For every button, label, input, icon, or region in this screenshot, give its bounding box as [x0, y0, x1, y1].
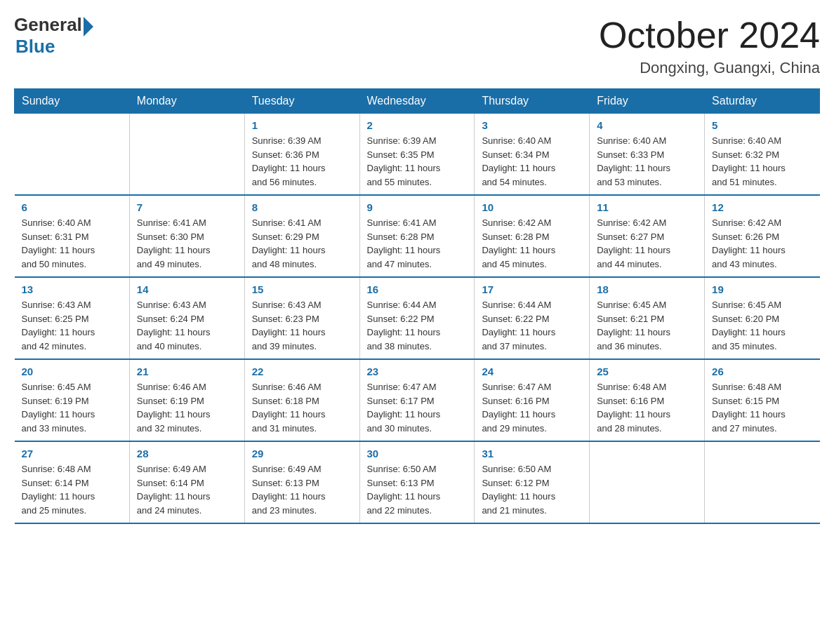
calendar-cell: 23Sunrise: 6:47 AM Sunset: 6:17 PM Dayli… [359, 359, 475, 441]
day-info: Sunrise: 6:43 AM Sunset: 6:23 PM Dayligh… [252, 298, 352, 353]
day-info: Sunrise: 6:41 AM Sunset: 6:30 PM Dayligh… [137, 216, 237, 271]
day-info: Sunrise: 6:45 AM Sunset: 6:20 PM Dayligh… [712, 298, 812, 353]
calendar-cell: 20Sunrise: 6:45 AM Sunset: 6:19 PM Dayli… [15, 359, 130, 441]
day-info: Sunrise: 6:39 AM Sunset: 6:36 PM Dayligh… [252, 134, 352, 189]
week-row-3: 13Sunrise: 6:43 AM Sunset: 6:25 PM Dayli… [15, 277, 820, 359]
day-number: 11 [597, 201, 697, 213]
day-info: Sunrise: 6:49 AM Sunset: 6:14 PM Dayligh… [137, 462, 237, 517]
day-info: Sunrise: 6:40 AM Sunset: 6:32 PM Dayligh… [712, 134, 812, 189]
day-info: Sunrise: 6:45 AM Sunset: 6:19 PM Dayligh… [22, 380, 122, 435]
calendar-cell: 7Sunrise: 6:41 AM Sunset: 6:30 PM Daylig… [129, 195, 244, 277]
weekday-header-thursday: Thursday [475, 89, 590, 114]
day-number: 20 [22, 365, 122, 377]
title-area: October 2024 Dongxing, Guangxi, China [599, 14, 820, 77]
day-number: 27 [22, 448, 122, 459]
calendar-cell: 28Sunrise: 6:49 AM Sunset: 6:14 PM Dayli… [129, 441, 244, 523]
day-number: 26 [712, 365, 812, 377]
location-title: Dongxing, Guangxi, China [599, 59, 820, 77]
calendar-cell: 8Sunrise: 6:41 AM Sunset: 6:29 PM Daylig… [244, 195, 359, 277]
week-row-2: 6Sunrise: 6:40 AM Sunset: 6:31 PM Daylig… [15, 195, 820, 277]
day-info: Sunrise: 6:43 AM Sunset: 6:24 PM Dayligh… [137, 298, 237, 353]
day-info: Sunrise: 6:44 AM Sunset: 6:22 PM Dayligh… [367, 298, 468, 353]
calendar-cell: 21Sunrise: 6:46 AM Sunset: 6:19 PM Dayli… [129, 359, 244, 441]
day-number: 2 [367, 119, 468, 131]
calendar-cell: 12Sunrise: 6:42 AM Sunset: 6:26 PM Dayli… [705, 195, 820, 277]
calendar-cell: 29Sunrise: 6:49 AM Sunset: 6:13 PM Dayli… [244, 441, 359, 523]
calendar-cell: 9Sunrise: 6:41 AM Sunset: 6:28 PM Daylig… [359, 195, 475, 277]
calendar-table: SundayMondayTuesdayWednesdayThursdayFrid… [14, 88, 820, 524]
calendar-cell: 10Sunrise: 6:42 AM Sunset: 6:28 PM Dayli… [475, 195, 590, 277]
day-number: 12 [712, 201, 812, 213]
calendar-cell [590, 441, 705, 523]
calendar-cell: 18Sunrise: 6:45 AM Sunset: 6:21 PM Dayli… [590, 277, 705, 359]
day-info: Sunrise: 6:44 AM Sunset: 6:22 PM Dayligh… [482, 298, 582, 353]
calendar-cell: 30Sunrise: 6:50 AM Sunset: 6:13 PM Dayli… [359, 441, 475, 523]
day-info: Sunrise: 6:41 AM Sunset: 6:29 PM Dayligh… [252, 216, 352, 271]
day-number: 6 [22, 201, 122, 213]
calendar-cell: 31Sunrise: 6:50 AM Sunset: 6:12 PM Dayli… [475, 441, 590, 523]
day-number: 14 [137, 283, 237, 295]
day-number: 1 [252, 119, 352, 131]
day-number: 7 [137, 201, 237, 213]
calendar-cell: 17Sunrise: 6:44 AM Sunset: 6:22 PM Dayli… [475, 277, 590, 359]
month-title: October 2024 [599, 14, 820, 56]
logo: General Blue [14, 14, 93, 58]
day-info: Sunrise: 6:47 AM Sunset: 6:16 PM Dayligh… [482, 380, 582, 435]
day-info: Sunrise: 6:46 AM Sunset: 6:18 PM Dayligh… [252, 380, 352, 435]
day-info: Sunrise: 6:39 AM Sunset: 6:35 PM Dayligh… [367, 134, 468, 189]
logo-blue-text: Blue [15, 36, 55, 58]
day-number: 28 [137, 448, 237, 459]
day-number: 9 [367, 201, 468, 213]
day-number: 3 [482, 119, 582, 131]
day-number: 10 [482, 201, 582, 213]
calendar-cell: 15Sunrise: 6:43 AM Sunset: 6:23 PM Dayli… [244, 277, 359, 359]
weekday-header-wednesday: Wednesday [359, 89, 475, 114]
day-info: Sunrise: 6:43 AM Sunset: 6:25 PM Dayligh… [22, 298, 122, 353]
weekday-header-friday: Friday [590, 89, 705, 114]
calendar-cell: 19Sunrise: 6:45 AM Sunset: 6:20 PM Dayli… [705, 277, 820, 359]
calendar-cell: 6Sunrise: 6:40 AM Sunset: 6:31 PM Daylig… [15, 195, 130, 277]
day-info: Sunrise: 6:48 AM Sunset: 6:15 PM Dayligh… [712, 380, 812, 435]
day-number: 24 [482, 365, 582, 377]
weekday-header-monday: Monday [129, 89, 244, 114]
weekday-header-tuesday: Tuesday [244, 89, 359, 114]
day-info: Sunrise: 6:47 AM Sunset: 6:17 PM Dayligh… [367, 380, 468, 435]
day-info: Sunrise: 6:40 AM Sunset: 6:34 PM Dayligh… [482, 134, 582, 189]
calendar-cell: 13Sunrise: 6:43 AM Sunset: 6:25 PM Dayli… [15, 277, 130, 359]
day-number: 31 [482, 448, 582, 459]
day-number: 19 [712, 283, 812, 295]
weekday-header-saturday: Saturday [705, 89, 820, 114]
day-number: 17 [482, 283, 582, 295]
day-info: Sunrise: 6:42 AM Sunset: 6:28 PM Dayligh… [482, 216, 582, 271]
day-info: Sunrise: 6:42 AM Sunset: 6:26 PM Dayligh… [712, 216, 812, 271]
day-number: 4 [597, 119, 697, 131]
calendar-cell: 1Sunrise: 6:39 AM Sunset: 6:36 PM Daylig… [244, 114, 359, 196]
calendar-cell [15, 114, 130, 196]
calendar-cell: 22Sunrise: 6:46 AM Sunset: 6:18 PM Dayli… [244, 359, 359, 441]
day-number: 13 [22, 283, 122, 295]
day-number: 8 [252, 201, 352, 213]
day-info: Sunrise: 6:46 AM Sunset: 6:19 PM Dayligh… [137, 380, 237, 435]
week-row-4: 20Sunrise: 6:45 AM Sunset: 6:19 PM Dayli… [15, 359, 820, 441]
day-info: Sunrise: 6:50 AM Sunset: 6:12 PM Dayligh… [482, 462, 582, 517]
calendar-cell: 25Sunrise: 6:48 AM Sunset: 6:16 PM Dayli… [590, 359, 705, 441]
day-number: 29 [252, 448, 352, 459]
day-info: Sunrise: 6:41 AM Sunset: 6:28 PM Dayligh… [367, 216, 468, 271]
calendar-cell: 2Sunrise: 6:39 AM Sunset: 6:35 PM Daylig… [359, 114, 475, 196]
day-number: 5 [712, 119, 812, 131]
day-number: 21 [137, 365, 237, 377]
calendar-cell: 11Sunrise: 6:42 AM Sunset: 6:27 PM Dayli… [590, 195, 705, 277]
logo-arrow-icon [84, 17, 93, 36]
calendar-cell: 26Sunrise: 6:48 AM Sunset: 6:15 PM Dayli… [705, 359, 820, 441]
calendar-cell: 5Sunrise: 6:40 AM Sunset: 6:32 PM Daylig… [705, 114, 820, 196]
calendar-cell: 14Sunrise: 6:43 AM Sunset: 6:24 PM Dayli… [129, 277, 244, 359]
header: General Blue October 2024 Dongxing, Guan… [14, 14, 820, 77]
week-row-5: 27Sunrise: 6:48 AM Sunset: 6:14 PM Dayli… [15, 441, 820, 523]
day-info: Sunrise: 6:40 AM Sunset: 6:31 PM Dayligh… [22, 216, 122, 271]
logo-general-text: General [14, 14, 82, 36]
day-number: 16 [367, 283, 468, 295]
calendar-cell: 16Sunrise: 6:44 AM Sunset: 6:22 PM Dayli… [359, 277, 475, 359]
day-number: 15 [252, 283, 352, 295]
day-info: Sunrise: 6:50 AM Sunset: 6:13 PM Dayligh… [367, 462, 468, 517]
weekday-header-sunday: Sunday [15, 89, 130, 114]
